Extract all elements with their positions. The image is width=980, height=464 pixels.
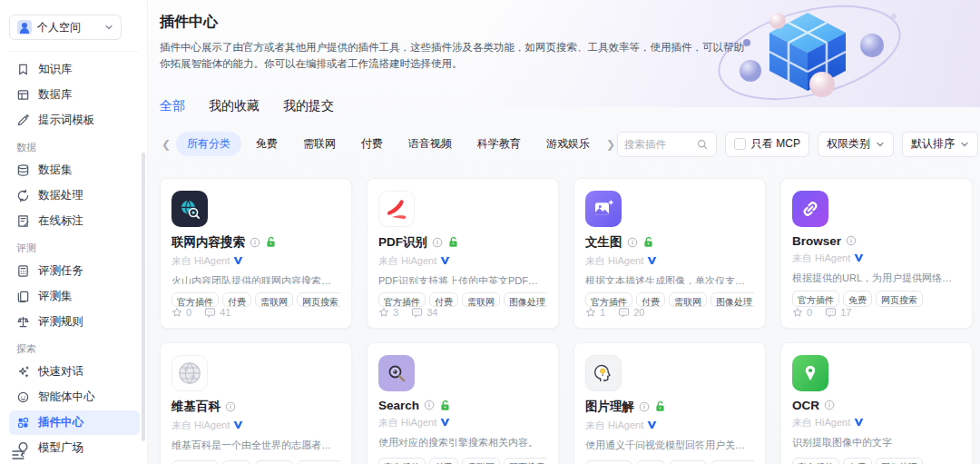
plugin-title: Browser [792,234,841,248]
sidebar-section-label: 探索 [16,342,147,356]
filter-controls: 只看 MCP 权限类别 默认排序 [617,132,978,157]
tab-active[interactable]: 全部 [160,98,185,114]
search-box [617,132,717,157]
category-pill[interactable]: 免费 [245,132,289,156]
search-input[interactable] [624,139,697,150]
category-pill[interactable]: 语音视频 [397,132,463,156]
plugin-source: 来自 HiAgent [585,254,643,268]
sidebar-item-eval-rule[interactable]: 评测规则 [9,310,140,334]
info-icon[interactable] [846,235,857,246]
plugin-tag: 官方插件 [378,458,426,464]
comment-icon [618,307,630,318]
plugin-tag: 付费 [636,292,665,307]
sidebar-item-eval-set[interactable]: 评测集 [9,284,140,309]
plugin-tag: 官方插件 [585,460,632,464]
info-icon[interactable] [225,401,236,412]
collapse-sidebar-icon[interactable] [11,448,25,462]
plugin-tag: 官方插件 [792,291,839,307]
star-count: 0 [186,307,191,318]
bookmark-icon [16,63,30,76]
tab-bar: 全部我的收藏我的提交 [160,98,980,114]
sidebar-item-label: 插件中心 [38,415,83,430]
workspace-selector[interactable]: 个人空间 [9,15,122,40]
cylinder-icon [16,163,30,177]
mcp-label: 只看 MCP [751,136,800,152]
plugin-grid: 联网内容搜索 来自 HiAgent 火山内容团队提供的联网内容搜索插件，背靠豆包… [160,178,980,464]
plugin-description: 使用通义千问视觉模型回答用户关于图像的问题。 [585,439,754,452]
info-icon[interactable] [639,401,650,412]
category-pill[interactable]: 游戏娱乐 [535,132,601,156]
plugin-tag: 付费 [636,460,665,464]
plugin-card[interactable]: 图片理解 来自 HiAgent 使用通义千问视觉模型回答用户关于图像的问题。 官… [573,342,766,464]
star-icon[interactable] [585,307,596,318]
sidebar-item-quick-chat[interactable]: 快速对话 [9,360,140,384]
star-icon[interactable] [378,307,389,318]
sort-select[interactable]: 默认排序 [902,132,978,157]
scale-icon [16,315,30,329]
info-icon[interactable] [250,237,260,248]
tab-item[interactable]: 我的提交 [283,98,334,114]
sidebar-scrollbar[interactable] [142,153,145,441]
plugin-card[interactable]: OCR 来自 HiAgent 识别提取图像中的文字 官方插件免费图像处理 [780,342,973,464]
plugin-title: 图片理解 [585,399,634,415]
category-pill[interactable]: 付费 [350,132,394,156]
sidebar-item-database[interactable]: 数据库 [9,83,140,107]
mcp-checkbox[interactable] [734,138,746,150]
sidebar-item-data-processing[interactable]: 数据处理 [9,183,140,208]
plugin-title: 维基百科 [172,399,220,415]
plugin-title: 联网内容搜索 [172,234,245,251]
sidebar-item-model-square[interactable]: 模型广场 [9,436,140,460]
plugin-card[interactable]: 维基百科 来自 HiAgent 维基百科是一个由全世界的志愿者创建和编辑的免费.… [160,342,352,464]
copy-icon [16,290,30,303]
sidebar-item-dataset[interactable]: 数据集 [9,158,140,183]
star-icon[interactable] [172,307,182,318]
plugin-description: 使用对应的搜索引擎搜索相关内容。 [378,436,547,449]
sidebar-nav: 知识库 数据库 提示词模板数据 数据集 数据处理 在线标注评测 评测任务 评测集… [9,57,147,460]
category-prev-icon[interactable]: ❮ [160,138,172,151]
plugin-tag: 官方插件 [792,458,839,464]
plugin-card[interactable]: 联网内容搜索 来自 HiAgent 火山内容团队提供的联网内容搜索插件，背靠豆包… [160,178,352,329]
sidebar-item-eval-task[interactable]: 评测任务 [9,259,140,283]
plugin-source: 来自 HiAgent [585,419,643,432]
permission-select[interactable]: 权限类别 [818,132,894,157]
info-icon[interactable] [824,400,835,410]
pen-sparkle-icon [16,114,30,127]
info-icon[interactable] [627,237,638,248]
plugin-card[interactable]: Search 来自 HiAgent 使用对应的搜索引擎搜索相关内容。 官方插件付… [367,342,559,464]
doc-edit-icon [16,214,30,228]
star-icon[interactable] [792,307,803,318]
sidebar-item-prompt-template[interactable]: 提示词模板 [9,108,140,133]
sidebar-item-agent-center[interactable]: 智能体中心 [9,385,140,410]
info-icon[interactable] [424,400,435,410]
workspace-avatar-icon [17,20,32,35]
plugin-tag: 官方插件 [585,292,632,307]
sidebar-item-knowledge-base[interactable]: 知识库 [9,57,140,82]
sidebar-item-label: 智能体中心 [38,390,95,405]
volcengine-logo-icon [440,256,450,265]
plugin-card[interactable]: PDF识别 来自 HiAgent PDF识别支持将上传的中英文PDF文件进行版面… [367,178,559,329]
page-description: 插件中心展示了由官方或者其他用户提供的插件工具，这些插件涉及各类功能，如网页搜索… [160,39,754,73]
plugin-tag: 网页搜索 [876,291,923,307]
volcengine-logo-icon [440,418,450,427]
sidebar-item-plugin-center[interactable]: 插件中心 [9,410,140,435]
mcp-only-toggle[interactable]: 只看 MCP [725,132,809,157]
tab-item[interactable]: 我的收藏 [209,98,260,114]
plugin-source: 来自 HiAgent [172,419,230,432]
volcengine-logo-icon [233,420,243,429]
plugin-tag: 免费 [843,291,872,307]
plugin-tag: 官方插件 [378,292,426,307]
category-next-icon[interactable]: ❯ [604,138,617,151]
refresh-icon [16,189,30,202]
unlock-icon [642,236,654,248]
plugin-tag: 网页搜索 [504,458,547,464]
category-pill[interactable]: 科学教育 [466,132,532,156]
plugin-card[interactable]: 文生图 来自 HiAgent 根据文本描述生成图像，单次仅支持生成一张图片 官方… [573,178,766,329]
sidebar-item-label: 知识库 [38,62,73,77]
plugin-card[interactable]: Browser 来自 HiAgent 根据提供的URL，为用户提供网络内容。支持… [780,178,973,329]
sidebar-item-label: 评测规则 [38,314,83,330]
sidebar-item-online-annotation[interactable]: 在线标注 [9,209,140,233]
category-pill[interactable]: 需联网 [292,132,347,156]
grid-icon [16,416,30,429]
info-icon[interactable] [432,237,443,248]
category-pill[interactable]: 所有分类 [176,132,241,156]
